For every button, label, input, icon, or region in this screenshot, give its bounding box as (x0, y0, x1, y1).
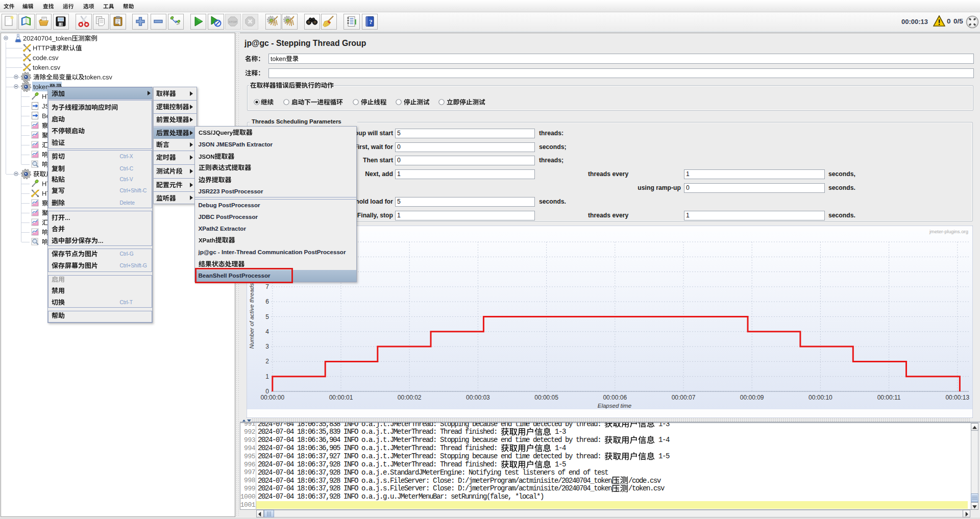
svg-text:00:00:10: 00:00:10 (808, 394, 832, 401)
svg-text:5: 5 (265, 313, 269, 320)
svg-text:2: 2 (265, 358, 269, 365)
svg-text:00:00:06: 00:00:06 (603, 394, 627, 401)
svg-text:STOP: STOP (229, 20, 237, 23)
svg-text:1: 1 (265, 373, 269, 380)
svg-text:00:00:02: 00:00:02 (398, 394, 422, 401)
svg-text:Elapsed time: Elapsed time (598, 403, 631, 409)
svg-text:7: 7 (265, 283, 269, 290)
svg-text:00:00:07: 00:00:07 (672, 394, 696, 401)
svg-text:00:00:00: 00:00:00 (260, 394, 284, 401)
svg-text:00:00:13: 00:00:13 (945, 394, 969, 401)
svg-text:00:00:11: 00:00:11 (877, 394, 901, 401)
svg-text:00:00:03: 00:00:03 (466, 394, 490, 401)
svg-text:jmeter-plugins.org: jmeter-plugins.org (929, 229, 968, 234)
svg-text:Number of active threads: Number of active threads (249, 283, 255, 349)
svg-text:4: 4 (265, 328, 269, 335)
svg-text:6: 6 (265, 298, 269, 305)
svg-text:00:00:09: 00:00:09 (740, 394, 764, 401)
svg-text:00:00:05: 00:00:05 (534, 394, 558, 401)
svg-text:?: ? (369, 18, 373, 26)
svg-text:3: 3 (265, 343, 269, 350)
svg-text:00:00:01: 00:00:01 (329, 394, 353, 401)
